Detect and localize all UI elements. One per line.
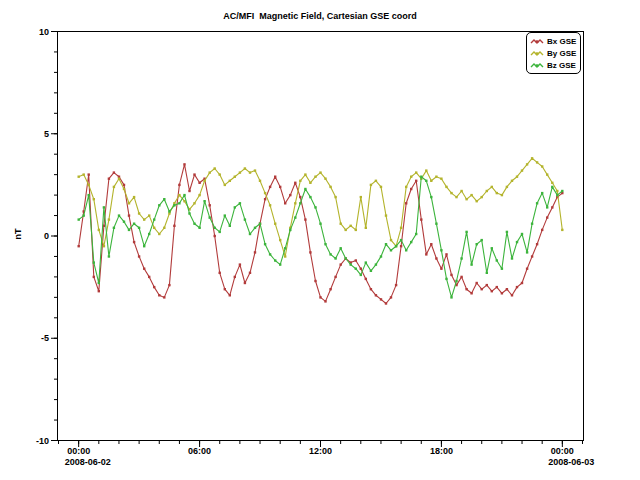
x-tick-label: 00:00 <box>67 446 90 456</box>
legend-line-bz-gse-icon <box>530 61 544 70</box>
legend-item-bz-gse: Bz GSE <box>530 59 576 71</box>
legend-box: Bx GSEBy GSEBz GSE <box>526 32 581 74</box>
x-tick-label: 18:00 <box>430 446 453 456</box>
legend-line-bx-gse-icon <box>530 37 544 46</box>
y-axis-label: nT <box>13 229 23 240</box>
x-tick-label: 06:00 <box>188 446 211 456</box>
plot-frame <box>58 32 584 441</box>
legend-item-bx-gse: Bx GSE <box>530 35 576 47</box>
legend-item-by-gse: By GSE <box>530 47 576 59</box>
y-tick-label: 0 <box>44 231 49 241</box>
legend-line-by-gse-icon <box>530 49 544 58</box>
x-tick-label: 00:00 <box>551 446 574 456</box>
y-tick-label: 5 <box>44 129 49 139</box>
y-axis-ticks <box>51 32 58 441</box>
y-tick-label: 10 <box>39 27 49 37</box>
x-tick-label: 12:00 <box>309 446 332 456</box>
legend-label: Bz GSE <box>547 61 576 70</box>
y-tick-label: -10 <box>36 436 49 446</box>
legend-label: By GSE <box>547 49 576 58</box>
x-axis-date-label: 2008-06-02 <box>65 457 111 467</box>
x-axis-date-label: 2008-06-03 <box>548 457 594 467</box>
legend-label: Bx GSE <box>547 37 576 46</box>
chart-window: AC/MFI Magnetic Field, Cartesian GSE coo… <box>0 0 640 480</box>
y-tick-label: -5 <box>41 333 49 343</box>
chart-title: AC/MFI Magnetic Field, Cartesian GSE coo… <box>0 11 640 21</box>
